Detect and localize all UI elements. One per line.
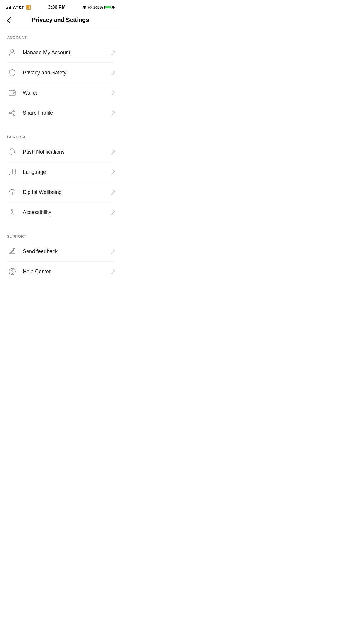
svg-rect-6: [9, 91, 15, 95]
battery-icon: [104, 6, 112, 9]
menu-item-wallet[interactable]: Wallet: [0, 83, 121, 103]
share-icon: [7, 108, 17, 118]
carrier-label: AT&T: [13, 5, 24, 10]
menu-item-language[interactable]: Language: [0, 162, 121, 182]
svg-line-3: [88, 6, 89, 6]
menu-label-push-notifications: Push Notifications: [23, 149, 111, 155]
menu-item-manage-account[interactable]: Manage My Account: [0, 43, 121, 62]
section-header-support: SUPPORT: [0, 227, 121, 242]
svg-point-8: [13, 110, 15, 112]
menu-item-share-profile[interactable]: Share Profile: [0, 103, 121, 123]
battery-percent: 100%: [93, 5, 103, 10]
wallet-icon: [7, 88, 17, 98]
section-divider: [0, 125, 121, 125]
menu-item-send-feedback[interactable]: Send feedback: [0, 242, 121, 261]
language-icon: [7, 167, 17, 177]
menu-label-help-center: Help Center: [23, 269, 111, 275]
svg-point-10: [13, 114, 15, 116]
section-header-general: GENERAL: [0, 128, 121, 142]
svg-point-5: [11, 50, 14, 52]
menu-item-help-center[interactable]: Help Center: [0, 262, 121, 281]
help-circle-icon: [7, 266, 17, 277]
alarm-icon: [88, 5, 92, 9]
status-right: 100%: [83, 5, 115, 10]
wifi-icon: 📶: [26, 5, 31, 10]
person-icon: [7, 47, 17, 58]
nav-header: Privacy and Settings: [0, 13, 121, 28]
menu-label-language: Language: [23, 169, 111, 175]
pencil-icon: [7, 246, 17, 257]
battery-fill: [105, 6, 111, 8]
accessibility-icon: [7, 207, 17, 218]
menu-item-accessibility[interactable]: Accessibility: [0, 202, 121, 222]
menu-label-privacy-safety: Privacy and Safety: [23, 70, 111, 76]
settings-content: ACCOUNTManage My AccountPrivacy and Safe…: [0, 28, 121, 281]
status-bar: AT&T 📶 3:36 PM 100%: [0, 0, 121, 13]
menu-item-privacy-safety[interactable]: Privacy and Safety: [0, 63, 121, 83]
menu-label-accessibility: Accessibility: [23, 209, 111, 216]
menu-label-manage-account: Manage My Account: [23, 50, 111, 56]
svg-point-21: [12, 273, 13, 274]
section-divider: [0, 225, 121, 225]
menu-item-digital-wellbeing[interactable]: Digital Wellbeing: [0, 182, 121, 202]
back-icon: [7, 17, 14, 23]
back-button[interactable]: [6, 16, 13, 24]
battery-indicator: [104, 6, 115, 9]
menu-label-send-feedback: Send feedback: [23, 249, 111, 255]
umbrella-icon: [7, 187, 17, 197]
shield-icon: [7, 67, 17, 78]
svg-line-12: [11, 113, 13, 115]
signal-bars: [6, 6, 11, 9]
menu-label-wallet: Wallet: [23, 90, 111, 96]
svg-line-4: [91, 6, 92, 6]
svg-rect-7: [13, 93, 15, 94]
svg-point-9: [9, 112, 11, 114]
svg-line-11: [11, 111, 13, 113]
location-icon: [83, 5, 86, 9]
menu-label-digital-wellbeing: Digital Wellbeing: [23, 189, 111, 195]
time-label: 3:36 PM: [48, 5, 66, 10]
section-header-account: ACCOUNT: [0, 28, 121, 43]
bell-icon: [7, 147, 17, 157]
page-title: Privacy and Settings: [32, 17, 89, 23]
menu-label-share-profile: Share Profile: [23, 110, 111, 116]
menu-item-push-notifications[interactable]: Push Notifications: [0, 142, 121, 162]
status-left: AT&T 📶: [6, 5, 31, 10]
svg-point-17: [12, 209, 13, 211]
